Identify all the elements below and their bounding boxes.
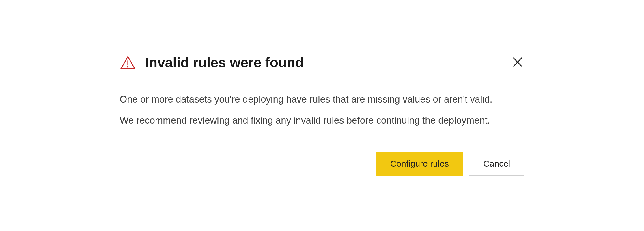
cancel-button[interactable]: Cancel [469, 152, 524, 176]
close-button[interactable] [511, 55, 524, 69]
dialog-body-line-2: We recommend reviewing and fixing any in… [120, 113, 524, 128]
configure-rules-button[interactable]: Configure rules [376, 152, 463, 176]
invalid-rules-dialog: Invalid rules were found One or more dat… [100, 38, 544, 193]
dialog-header: Invalid rules were found [120, 54, 524, 71]
close-icon [512, 57, 523, 68]
dialog-footer: Configure rules Cancel [120, 152, 524, 176]
svg-point-1 [127, 66, 128, 68]
dialog-body-line-1: One or more datasets you're deploying ha… [120, 92, 524, 107]
dialog-body: One or more datasets you're deploying ha… [120, 92, 524, 128]
dialog-title: Invalid rules were found [145, 54, 304, 71]
warning-icon [120, 55, 136, 71]
